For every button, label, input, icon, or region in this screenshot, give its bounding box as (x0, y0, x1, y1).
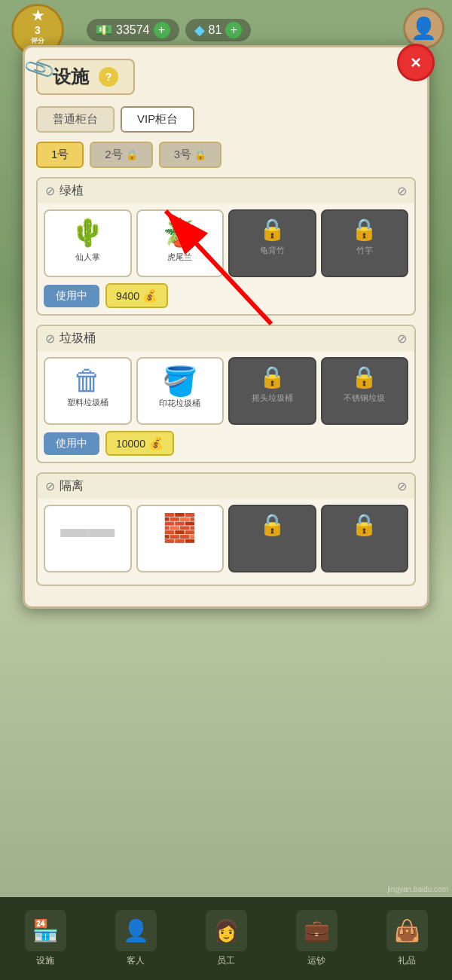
plants-section-header: ⊘ 绿植 ⊘ (38, 179, 414, 203)
trash-item-grid: 🗑 塑料垃圾桶 🪣 印花垃圾桶 🔒 摇头垃圾桶 🔒 不锈钢垃圾 (44, 357, 408, 425)
nav-staff[interactable]: 👩 员工 (206, 910, 247, 967)
partition-locked-2-card: 🔒 (321, 505, 409, 572)
close-icon: × (411, 52, 421, 73)
cactus-icon: 🌵 (71, 217, 105, 249)
cactus-label: 仙人掌 (75, 252, 100, 263)
nav-transport[interactable]: 💼 运钞 (296, 910, 337, 967)
money-value: 33574 (116, 23, 150, 37)
tab-vip-counter[interactable]: VIP柜台 (121, 106, 194, 133)
plants-price-value: 9400 (116, 290, 139, 302)
slot-3-button[interactable]: 3号 🔒 (159, 142, 221, 168)
partition-no-icon: ⊘ (45, 479, 55, 493)
partition-red-card[interactable]: 🧱 (136, 505, 224, 572)
snake-plant-icon: 🪴 (163, 217, 197, 249)
plants-item-grid: 🌵 仙人掌 🪴 虎尾兰 🔒 龟背竹 🔒 竹芋 (44, 209, 408, 277)
paperclip-icon: 📎 (22, 51, 57, 86)
plants-section-title: ⊘ 绿植 (45, 183, 84, 199)
plant-locked-1-card: 🔒 龟背竹 (228, 209, 316, 277)
money-icon: 💵 (96, 22, 112, 38)
trash-locked-1-card: 🔒 摇头垃圾桶 (228, 357, 316, 425)
partition-section: ⊘ 隔离 ⊘ ▬▬ 🧱 🔒 🔒 (36, 472, 416, 586)
bottom-nav: 🏪 设施 👤 客人 👩 员工 💼 运钞 👜 礼品 (0, 897, 452, 980)
nav-guests[interactable]: 👤 客人 (115, 910, 157, 967)
trash-locked-1-label: 摇头垃圾桶 (252, 392, 293, 404)
nav-facilities-label: 设施 (36, 954, 54, 967)
slot-2-button[interactable]: 2号 🔒 (90, 142, 152, 168)
trash-pink-card[interactable]: 🪣 印花垃圾桶 (136, 357, 224, 425)
partition-item-grid: ▬▬ 🧱 🔒 🔒 (44, 505, 408, 572)
facilities-modal: 📎 设施 ? × 普通柜台 VIP柜台 1号 2号 🔒 3号 🔒 ⊘ 绿植 (23, 45, 429, 609)
star-icon: ★ (32, 8, 44, 24)
nav-staff-icon: 👩 (206, 910, 247, 951)
avatar[interactable]: 👤 (403, 8, 444, 49)
partition-locked-1-card: 🔒 (228, 505, 316, 572)
trash-locked-2-card: 🔒 不锈钢垃圾 (321, 357, 409, 425)
plant-cactus-card[interactable]: 🌵 仙人掌 (44, 209, 132, 277)
lock-1-icon: 🔒 (259, 217, 286, 242)
help-button[interactable]: ? (99, 67, 118, 87)
trash-lock-1-icon: 🔒 (259, 365, 286, 389)
slot-3-lock-icon: 🔒 (194, 149, 206, 160)
score-label: 评分 (31, 36, 44, 46)
plants-price-button[interactable]: 9400 💰 (105, 283, 168, 308)
trash-section-header: ⊘ 垃圾桶 ⊘ (38, 326, 414, 351)
money-plus-button[interactable]: + (154, 22, 170, 38)
gem-plus-button[interactable]: + (225, 22, 242, 38)
plants-no-icon: ⊘ (45, 184, 55, 198)
trash-price-button[interactable]: 10000 💰 (105, 431, 174, 456)
close-button[interactable]: × (397, 44, 435, 81)
trash-lock-2-icon: 🔒 (351, 365, 377, 389)
nav-gifts-icon: 👜 (386, 910, 428, 951)
trash-blue-card[interactable]: 🗑 塑料垃圾桶 (44, 357, 132, 425)
plants-section-body: 🌵 仙人掌 🪴 虎尾兰 🔒 龟背竹 🔒 竹芋 (38, 203, 414, 314)
nav-gifts[interactable]: 👜 礼品 (386, 910, 428, 967)
plants-in-use-button[interactable]: 使用中 (44, 285, 99, 307)
nav-facilities-icon: 🏪 (25, 910, 66, 951)
nav-guests-label: 客人 (127, 954, 145, 967)
plant-locked-2-label: 竹芋 (356, 245, 373, 256)
gem-value: 81 (209, 23, 222, 37)
trash-section: ⊘ 垃圾桶 ⊘ 🗑 塑料垃圾桶 🪣 印花垃圾桶 🔒 摇 (36, 325, 416, 463)
modal-title: 设施 (53, 65, 89, 89)
partition-section-body: ▬▬ 🧱 🔒 🔒 (38, 499, 414, 585)
nav-facilities[interactable]: 🏪 设施 (25, 910, 66, 967)
plants-action-row: 使用中 9400 💰 (44, 283, 408, 308)
slot-row: 1号 2号 🔒 3号 🔒 (36, 142, 416, 168)
trash-locked-2-label: 不锈钢垃圾 (344, 392, 385, 404)
nav-guests-icon: 👤 (115, 910, 157, 951)
partition-lock-2-icon: 🔒 (351, 512, 377, 537)
trash-price-value: 10000 (116, 438, 145, 450)
plant-locked-2-card: 🔒 竹芋 (321, 209, 409, 277)
trash-in-use-button[interactable]: 使用中 (44, 432, 99, 455)
pink-bin-label: 印花垃圾桶 (159, 398, 200, 409)
plant-locked-1-label: 龟背竹 (260, 245, 285, 256)
nav-transport-label: 运钞 (307, 954, 325, 967)
partition-no-icon-right: ⊘ (397, 479, 407, 493)
nav-transport-icon: 💼 (296, 910, 337, 951)
lock-2-icon: 🔒 (351, 217, 377, 242)
partition-section-header: ⊘ 隔离 ⊘ (38, 474, 414, 499)
modal-title-box: 📎 设施 ? (36, 59, 135, 95)
currency-gem-box: ◆ 81 + (185, 19, 252, 41)
trash-no-icon-right: ⊘ (397, 331, 407, 346)
nav-gifts-label: 礼品 (398, 954, 416, 967)
tab-normal-counter[interactable]: 普通柜台 (36, 106, 115, 133)
trash-section-body: 🗑 塑料垃圾桶 🪣 印花垃圾桶 🔒 摇头垃圾桶 🔒 不锈钢垃圾 (38, 351, 414, 462)
partition-white-card[interactable]: ▬▬ (44, 505, 132, 572)
slot-1-button[interactable]: 1号 (36, 142, 84, 168)
partition-lock-1-icon: 🔒 (259, 512, 286, 537)
watermark: jingyan.baidu.com (387, 885, 448, 893)
modal-header: 📎 设施 ? × (36, 59, 416, 95)
plants-section: ⊘ 绿植 ⊘ 🌵 仙人掌 🪴 虎尾兰 🔒 龟背竹 (36, 177, 416, 316)
trash-action-row: 使用中 10000 💰 (44, 431, 408, 456)
trash-section-title: ⊘ 垃圾桶 (45, 331, 96, 347)
snake-plant-label: 虎尾兰 (167, 252, 192, 263)
partition-red-icon: 🧱 (163, 512, 197, 544)
coin-icon: 💰 (142, 289, 157, 303)
nav-staff-label: 员工 (217, 954, 235, 967)
score-number: 3 (35, 24, 41, 36)
plant-snake-card[interactable]: 🪴 虎尾兰 (136, 209, 224, 277)
trash-coin-icon: 💰 (148, 436, 163, 450)
currency-area: 💵 33574 + ◆ 81 + (87, 19, 251, 41)
trash-no-icon: ⊘ (45, 331, 55, 346)
